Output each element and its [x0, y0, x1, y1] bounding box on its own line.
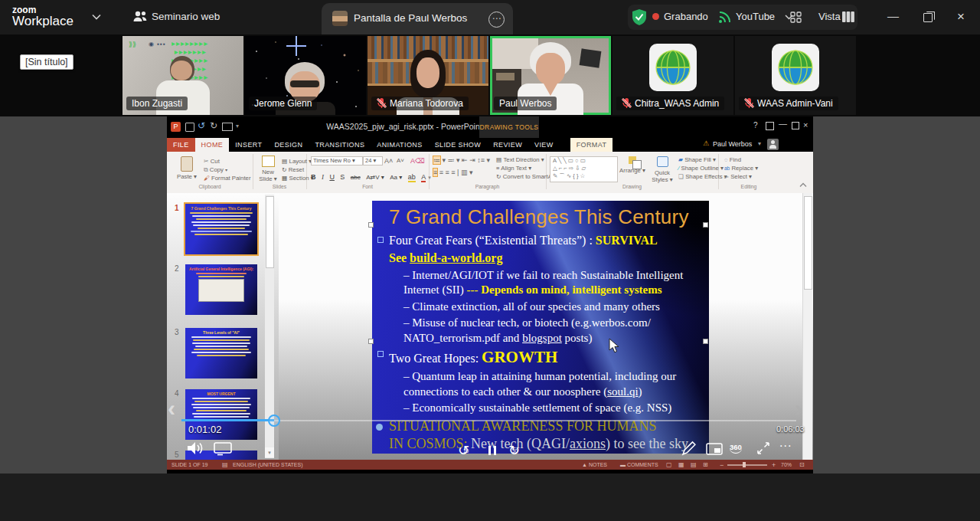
grow-font-button[interactable]: A˄ — [384, 157, 393, 165]
window-minimize-button[interactable]: — — [887, 9, 899, 22]
fit-slide-icon[interactable]: ⊡ — [799, 461, 805, 468]
reset-button[interactable]: ↻ Reset — [282, 166, 304, 173]
current-slide[interactable]: 7 Grand Challenges This Century Four Gre… — [372, 201, 709, 454]
zoom-slider[interactable] — [727, 464, 767, 466]
cut-button[interactable]: ✂ Cut — [204, 158, 220, 165]
view-sorter-icon[interactable]: ▦ — [678, 461, 684, 468]
section-button[interactable]: ▦ Section ▾ — [282, 175, 314, 182]
video-tile-jerome[interactable]: Jerome Glenn — [245, 36, 366, 115]
copy-button[interactable]: ⧉ Copy ▾ — [204, 166, 227, 174]
arrange-button[interactable]: Arrange ▾ — [619, 156, 646, 174]
replace-button[interactable]: ab Replace ▾ — [724, 165, 758, 172]
tab-more-icon[interactable]: ⋯ — [488, 11, 505, 28]
line-spacing-button[interactable]: ↕≡ — [477, 156, 485, 164]
shadow-button[interactable]: S — [340, 173, 345, 181]
view-label[interactable]: Vista — [818, 11, 841, 22]
security-shield-icon[interactable] — [632, 9, 646, 25]
view-reading-icon[interactable]: ▤ — [691, 461, 697, 468]
ppt-minimize-button[interactable]: — — [779, 119, 787, 128]
ppt-tab-home[interactable]: HOME — [195, 138, 230, 152]
youtube-label[interactable]: YouTube — [736, 11, 775, 22]
exit-fullscreen-icon[interactable] — [756, 441, 770, 455]
ppt-tab-insert[interactable]: INSERT — [229, 138, 268, 152]
collapse-ribbon-icon[interactable] — [799, 182, 807, 188]
selection-handle[interactable] — [368, 222, 374, 228]
view-normal-icon[interactable]: ▢ — [666, 461, 672, 468]
selection-handle[interactable] — [703, 339, 708, 344]
text-direction-button[interactable]: ▤ Text Direction ▾ — [496, 156, 544, 163]
decrease-indent-button[interactable]: ⇤ — [462, 156, 468, 164]
zoom-percent[interactable]: 70% — [781, 462, 792, 467]
slide-thumbnail-1[interactable]: 7 Grand Challenges This Century — [185, 204, 257, 254]
find-button[interactable]: ◌ Find — [724, 156, 741, 163]
edit-pencil-icon[interactable] — [681, 441, 697, 456]
notes-button[interactable]: ▲ NOTES — [582, 462, 607, 467]
ppt-tab-format[interactable]: FORMAT — [570, 138, 613, 152]
align-left-button[interactable]: ≡ — [433, 169, 437, 176]
player-more-button[interactable]: ... — [779, 436, 792, 450]
increase-indent-button[interactable]: ⇥ — [469, 156, 475, 164]
ppt-tab-transitions[interactable]: TRANSITIONS — [309, 138, 371, 152]
ppt-restore-button[interactable] — [792, 122, 799, 129]
shapes-gallery[interactable]: A ╲ ╲ ▭ ○ ▭△ ⌐ ⌐ ⇨ ⇩ ▱✎ ⌒ ∿ { } ☆ — [550, 156, 618, 182]
window-close-button[interactable]: × — [957, 9, 965, 25]
justify-button[interactable]: ≡ — [451, 169, 455, 176]
zoom-out-button[interactable]: − — [720, 461, 724, 469]
video-tile-paul-active[interactable]: Paul Werbos — [490, 36, 611, 115]
thumb-scrollbar-thumb[interactable] — [266, 196, 274, 268]
change-case-button[interactable]: Aa ▾ — [390, 174, 402, 181]
zoom-in-button[interactable]: + — [772, 461, 776, 469]
ppt-tab-view[interactable]: VIEW — [528, 138, 560, 152]
tab-seminario-web[interactable]: Seminario web — [152, 11, 220, 22]
slide-thumbnail-2[interactable]: Artificial General Intelligence (AGI): — [185, 264, 257, 315]
align-right-button[interactable]: ≡ — [446, 169, 449, 176]
bullets-button[interactable]: ≔ — [433, 156, 440, 164]
player-playhead[interactable] — [268, 415, 280, 427]
language-label[interactable]: ENGLISH (UNITED STATES) — [233, 462, 303, 467]
workspace-chevron-icon[interactable] — [92, 14, 101, 20]
next-chevron-icon[interactable]: › — [795, 395, 802, 421]
thumb-scroll-down-icon[interactable]: ▾ — [265, 447, 274, 457]
ppt-ribbon-display-button[interactable] — [766, 122, 774, 130]
ppt-tab-file[interactable]: FILE — [167, 138, 195, 152]
comments-button[interactable]: ▬ COMMENTS — [620, 462, 658, 467]
forward-30-button[interactable]: ↻30 — [508, 442, 520, 459]
format-painter-button[interactable]: 🖌︎ Format Painter — [204, 175, 251, 182]
zoom-slider-thumb[interactable] — [743, 462, 746, 467]
ppt-close-button[interactable]: × — [803, 120, 808, 129]
font-name-select[interactable]: Times New Ro ▾ — [311, 156, 363, 165]
columns-button[interactable]: ▥ — [461, 169, 468, 176]
align-text-button[interactable]: ≡ Align Text ▾ — [496, 165, 531, 172]
captions-icon[interactable] — [214, 442, 232, 456]
select-button[interactable]: ▻ Select ▾ — [724, 173, 752, 180]
shape-effects-button[interactable]: ❏ Shape Effects ▾ — [678, 173, 727, 180]
apps-grid-icon[interactable] — [790, 11, 802, 23]
paste-button[interactable]: Paste ▾ — [175, 156, 199, 180]
video-tile-ibon[interactable]: ⟫⟫ ◉ ▪▪▪ ▸▸▸▸▸▸▸▸ ▸▸▸▸▸▸▸▸▸▸▸▸▸▸▸ ▸▸▸▸▸▸… — [122, 36, 243, 115]
player-progress-track[interactable] — [274, 420, 796, 421]
view-360-button[interactable]: 360 — [730, 443, 742, 454]
font-color-button[interactable]: A — [421, 173, 426, 182]
ppt-tab-slide-show[interactable]: SLIDE SHOW — [429, 138, 488, 152]
layout-button[interactable]: ▤ Layout ▾ — [282, 158, 312, 165]
numbering-button[interactable]: ≕ — [448, 156, 455, 164]
char-spacing-button[interactable]: A⇄V ▾ — [366, 174, 384, 181]
spellcheck-icon[interactable]: ▤ — [222, 461, 228, 468]
mini-player-icon[interactable] — [706, 443, 723, 455]
ppt-help-button[interactable]: ? — [753, 121, 758, 129]
ppt-tab-review[interactable]: REVIEW — [487, 138, 528, 152]
selection-handle[interactable] — [703, 222, 708, 228]
shrink-font-button[interactable]: A˅ — [397, 157, 404, 164]
italic-button[interactable]: I — [322, 173, 324, 181]
ppt-tab-design[interactable]: DESIGN — [268, 138, 309, 152]
canvas-scrollbar[interactable] — [802, 193, 812, 460]
highlight-button[interactable]: ab — [408, 173, 416, 182]
font-size-select[interactable]: 24 ▾ — [363, 156, 383, 165]
new-slide-button[interactable]: NewSlide ▾ — [256, 156, 280, 182]
strikethrough-button[interactable]: abc — [351, 174, 361, 181]
tab-screen-share[interactable]: Pantalla de Paul Werbos ⋯ — [322, 3, 513, 34]
volume-icon[interactable] — [186, 440, 204, 457]
shape-fill-button[interactable]: ▰ Shape Fill ▾ — [678, 156, 716, 163]
selection-handle[interactable] — [368, 339, 374, 344]
quick-styles-button[interactable]: QuickStyles ▾ — [649, 156, 675, 183]
